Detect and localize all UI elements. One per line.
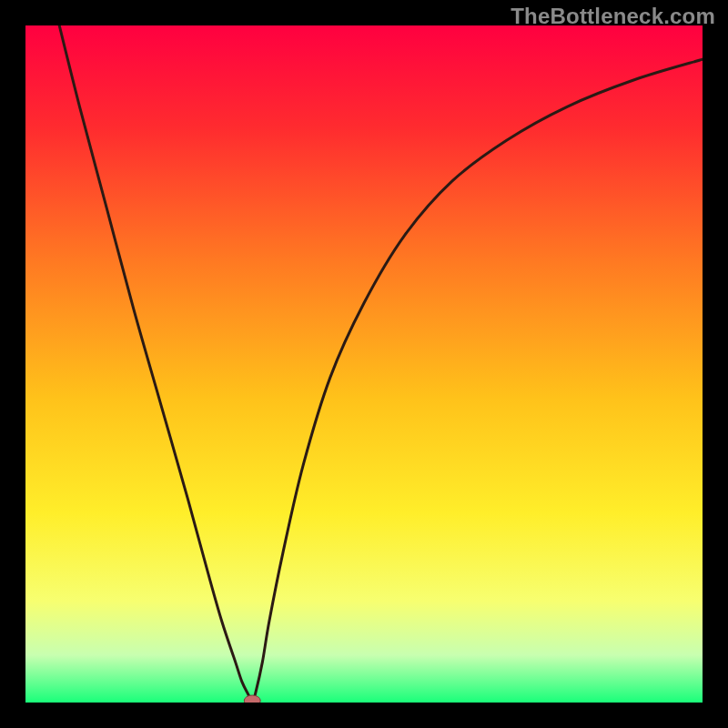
gradient-background bbox=[25, 25, 703, 703]
chart-frame: TheBottleneck.com bbox=[0, 0, 728, 728]
minimum-marker bbox=[244, 695, 260, 703]
bottleneck-chart bbox=[25, 25, 703, 703]
watermark-text: TheBottleneck.com bbox=[511, 4, 715, 29]
plot-area bbox=[25, 25, 703, 703]
